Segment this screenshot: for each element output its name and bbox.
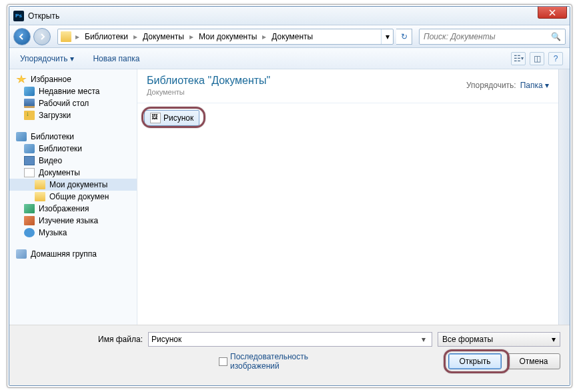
image-icon — [24, 204, 35, 213]
breadcrumb-part[interactable]: Документы — [267, 29, 317, 44]
help-icon: ? — [554, 54, 558, 63]
organize-button[interactable]: Упорядочить ▾ — [16, 51, 78, 66]
book-icon — [24, 216, 35, 225]
breadcrumb-part[interactable]: Документы — [139, 29, 188, 44]
breadcrumb-part[interactable]: Библиотеки — [81, 29, 132, 44]
toolbar: Упорядочить ▾ Новая папка ☷▾ ◫ ? — [9, 48, 570, 69]
sidebar-item-learning[interactable]: Изучение языка — [9, 215, 137, 227]
file-name: Рисунок — [163, 113, 193, 123]
scrollbar[interactable] — [558, 69, 570, 325]
arrange-by: Упорядочить: Папка ▾ — [466, 75, 549, 96]
breadcrumb[interactable]: ▸ Библиотеки ▸ Документы ▸ Мои документы… — [57, 29, 394, 45]
checkbox-icon — [219, 357, 227, 366]
breadcrumb-dropdown[interactable]: ▾ — [381, 29, 393, 44]
forward-button[interactable] — [33, 28, 51, 45]
chevron-right-icon: ▸ — [74, 32, 81, 41]
arrow-right-icon — [38, 33, 46, 41]
bottom-panel: Имя файла: ▾ Все форматы ▾ Последователь… — [9, 325, 570, 385]
filename-input[interactable] — [151, 335, 418, 344]
search-icon: 🔍 — [551, 32, 561, 41]
help-button[interactable]: ? — [548, 52, 563, 65]
sidebar-item-desktop[interactable]: Рабочий стол — [9, 97, 137, 109]
sidebar-item-library[interactable]: Библиотеки — [9, 143, 137, 155]
sidebar-homegroup[interactable]: Домашняя группа — [9, 248, 137, 260]
view-icon: ☷ — [514, 54, 521, 63]
homegroup-icon — [16, 249, 27, 259]
sidebar-item-recent[interactable]: Недавние места — [9, 85, 137, 97]
file-list[interactable]: Рисунок — [137, 103, 558, 325]
view-button[interactable]: ☷▾ — [511, 52, 526, 65]
music-icon — [24, 228, 35, 237]
navbar: ▸ Библиотеки ▸ Документы ▸ Мои документы… — [9, 25, 570, 48]
filename-label: Имя файла: — [19, 335, 143, 344]
sidebar-item-publicdocs[interactable]: Общие докумен — [9, 191, 137, 203]
breadcrumb-part[interactable]: Мои документы — [195, 29, 261, 44]
format-combo[interactable]: Все форматы ▾ — [438, 332, 560, 347]
image-file-icon — [150, 113, 161, 123]
folder-icon — [35, 192, 45, 201]
main-pane: Библиотека "Документы" Документы Упорядо… — [137, 69, 558, 325]
chevron-right-icon: ▸ — [132, 32, 139, 41]
sidebar-libraries[interactable]: Библиотеки — [9, 131, 137, 143]
photoshop-icon: Ps — [13, 11, 24, 21]
library-title: Библиотека "Документы" — [147, 75, 270, 87]
download-icon — [24, 111, 35, 120]
video-icon — [24, 156, 35, 165]
desktop-icon — [24, 99, 35, 108]
cancel-button[interactable]: Отмена — [507, 353, 560, 369]
refresh-button[interactable]: ↻ — [396, 29, 412, 45]
open-button[interactable]: Открыть — [448, 353, 502, 369]
open-dialog: Ps Открыть ▸ Библиотеки ▸ Документы ▸ Мо… — [9, 6, 570, 386]
sidebar-item-video[interactable]: Видео — [9, 155, 137, 167]
recent-icon — [24, 87, 35, 96]
refresh-icon: ↻ — [401, 32, 408, 41]
document-icon — [24, 168, 35, 177]
chevron-right-icon: ▸ — [261, 32, 267, 41]
sidebar-item-images[interactable]: Изображения — [9, 203, 137, 215]
back-button[interactable] — [13, 28, 31, 45]
sidebar-favorites[interactable]: Избранное — [9, 73, 137, 85]
arrow-left-icon — [18, 33, 26, 41]
sidebar-item-music[interactable]: Музыка — [9, 227, 137, 239]
filename-combo[interactable]: ▾ — [148, 332, 432, 347]
sidebar-item-mydocs[interactable]: Мои документы — [9, 179, 137, 191]
library-header: Библиотека "Документы" Документы Упорядо… — [137, 69, 558, 103]
preview-icon: ◫ — [534, 54, 541, 63]
new-folder-button[interactable]: Новая папка — [89, 51, 143, 66]
star-icon — [16, 75, 27, 84]
folder-icon — [35, 180, 45, 189]
sequence-checkbox[interactable]: Последовательность изображений — [219, 352, 337, 371]
libraries-icon — [24, 144, 35, 153]
sidebar-item-documents[interactable]: Документы — [9, 167, 137, 179]
chevron-down-icon: ▾ — [70, 54, 74, 63]
chevron-right-icon: ▸ — [188, 32, 195, 41]
preview-pane-button[interactable]: ◫ — [530, 52, 544, 65]
window-title: Открыть — [28, 11, 59, 21]
library-subtitle: Документы — [147, 88, 270, 96]
chevron-down-icon[interactable]: ▾ — [418, 333, 429, 346]
folder-icon — [61, 31, 71, 42]
titlebar: Ps Открыть — [9, 7, 570, 25]
sidebar[interactable]: Избранное Недавние места Рабочий стол За… — [9, 69, 137, 325]
sidebar-item-downloads[interactable]: Загрузки — [9, 109, 137, 121]
file-item[interactable]: Рисунок — [144, 110, 199, 126]
close-icon — [549, 9, 556, 16]
libraries-icon — [16, 132, 27, 141]
close-button[interactable] — [538, 7, 567, 19]
chevron-down-icon: ▾ — [552, 335, 556, 344]
search-input[interactable] — [424, 32, 551, 41]
search-box[interactable]: 🔍 — [419, 29, 566, 45]
arrange-dropdown[interactable]: Папка ▾ — [520, 81, 549, 90]
